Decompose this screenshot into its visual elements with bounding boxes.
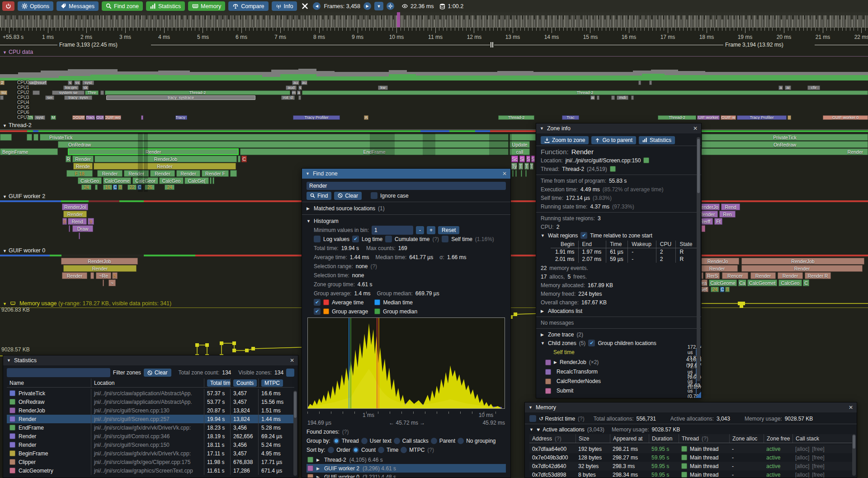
zone-bar[interactable]: aud — [286, 85, 297, 90]
column-zone-alloc[interactable]: Zone alloc — [729, 434, 764, 443]
expand-icon[interactable]: ▶ — [541, 332, 545, 337]
zone-bar[interactable]: Rend — [68, 218, 87, 225]
avg-median-lines-checkbox[interactable] — [314, 299, 321, 306]
zone-bar[interactable]: Render R — [805, 272, 831, 279]
log-time-checkbox[interactable] — [352, 236, 359, 242]
column-mtpc[interactable]: MTPC — [261, 379, 283, 387]
zone-bar[interactable]: Tracy — [86, 115, 95, 120]
histogram-plot[interactable] — [307, 317, 505, 409]
zone-bar[interactable]: C — [803, 279, 809, 286]
zone-bar[interactable]: Ty — [511, 163, 517, 170]
zone-bar[interactable]: Tracy ! — [175, 115, 187, 120]
scrollbar-thumb[interactable] — [294, 392, 297, 418]
crosshair-button[interactable] — [387, 2, 394, 10]
zone-bar[interactable]: Thre — [85, 90, 99, 95]
zone-bar[interactable]: Render — [778, 272, 803, 279]
self-time-checkbox[interactable] — [442, 236, 448, 242]
expand-icon[interactable]: ▶ — [316, 466, 321, 471]
zone-bar[interactable] — [230, 170, 237, 177]
zone-bar[interactable]: s — [298, 85, 302, 90]
zone-bar[interactable]: a — [297, 90, 301, 95]
zone-bar[interactable] — [212, 177, 214, 184]
messages-button[interactable]: Messages — [57, 1, 99, 11]
zone-bar[interactable] — [0, 134, 12, 141]
statistics-row[interactable]: OnRedraw jni/../jni/src/claw/application… — [7, 398, 294, 406]
zone-bar[interactable]: PrivateTick — [40, 134, 509, 141]
zone-bar[interactable] — [298, 95, 301, 100]
collapse-icon[interactable]: ▼ — [540, 126, 544, 131]
zone-bar[interactable]: Render — [150, 170, 175, 177]
radio-icon[interactable] — [333, 438, 340, 444]
cumulate-time-checkbox[interactable] — [385, 236, 392, 242]
scrollbar-thumb[interactable] — [853, 435, 855, 449]
limit-range-button[interactable] — [286, 369, 294, 377]
zone-bar[interactable] — [103, 279, 104, 286]
allocation-row[interactable]: 0x7e049b3d00 128 bytes 298.27 ms 59.95 s… — [529, 453, 852, 462]
statistics-row[interactable]: EndFrame jni/../jni/src/claw/gfx/drv/vk/… — [7, 423, 294, 432]
zone-bar[interactable]: Thread-2 — [105, 90, 290, 95]
ignore-case-checkbox[interactable] — [371, 192, 377, 199]
zone-bar[interactable]: RenderJob — [61, 258, 138, 265]
zone-bar[interactable]: Render — [97, 170, 123, 177]
zone-bar[interactable]: sei — [45, 95, 54, 100]
radio-icon[interactable] — [361, 438, 368, 444]
zone-bar[interactable] — [638, 80, 641, 85]
child-zones-row[interactable]: ▼ Child zones(5) Group children location… — [541, 340, 697, 346]
zone-bar[interactable]: au — [292, 80, 299, 85]
zone-bar[interactable]: T — [519, 163, 523, 170]
filter-zones-input[interactable] — [7, 368, 110, 377]
zone-bar[interactable]: 22 — [127, 185, 137, 190]
statistics-button[interactable]: Statistics — [146, 1, 185, 11]
zone-bar[interactable] — [138, 133, 143, 192]
zone-bar[interactable] — [631, 95, 634, 100]
zone-bar[interactable]: F 18 — [66, 170, 93, 177]
zone-bar[interactable]: 24 — [165, 185, 175, 190]
zone-bar[interactable]: GUIF worker 0 — [823, 115, 868, 120]
group-by-option[interactable]: Thread — [333, 438, 359, 444]
compare-button[interactable]: Compare — [228, 1, 268, 11]
zone-bar[interactable]: 2 — [0, 80, 5, 85]
zone-bar[interactable]: ss — [74, 80, 80, 85]
found-zone-row[interactable]: ▶ GUIF worker 2 (3,296) 4.61 s — [307, 464, 506, 473]
child-zone-row[interactable]: Submit 35.63 us (0.79%) — [541, 387, 697, 395]
zone-bar[interactable]: RerS — [705, 272, 720, 279]
scrollbar-thumb[interactable] — [697, 139, 700, 193]
column-zone-free[interactable]: Zone free — [764, 434, 793, 443]
tools-button[interactable] — [300, 1, 310, 11]
column-duration[interactable]: Duration — [649, 434, 679, 443]
zone-bar[interactable]: Thread-2 — [658, 115, 696, 120]
group-by-option[interactable]: No grouping — [458, 438, 495, 444]
zone-bar[interactable]: tracy_sysn — [64, 95, 92, 100]
frame-row[interactable]: Frame 3,193 (22.45 ms) Frame 3,194 (13.9… — [0, 42, 868, 48]
zone-bar[interactable]: PrivateTick — [702, 134, 868, 141]
zone-bar[interactable]: RenderJob — [741, 258, 864, 265]
column-counts[interactable]: Counts — [233, 379, 257, 387]
zone-bar[interactable]: Rencer — [722, 272, 748, 279]
zone-bar[interactable]: system se — [52, 90, 85, 95]
matched-source-locations-row[interactable]: ▶ Matched source locations(1) — [307, 205, 506, 212]
zone-bar[interactable] — [141, 115, 143, 120]
thread2-header[interactable]: ▼Thread-2 — [0, 122, 868, 130]
zone-bar[interactable]: 8 — [725, 287, 730, 292]
expand-icon[interactable]: ▶ — [554, 360, 557, 364]
zone-bar[interactable]: Tracy Profiler — [737, 115, 787, 120]
zone-bar[interactable]: Tracy Profiler — [293, 115, 340, 120]
zone-bar[interactable] — [69, 225, 70, 232]
collapse-icon[interactable]: ▼ — [7, 358, 11, 363]
zone-bar[interactable] — [90, 272, 94, 279]
statistics-row[interactable]: PrivateTick jni/../jni/src/claw/applicat… — [7, 389, 294, 398]
radio-icon[interactable] — [328, 447, 334, 453]
zone-bar[interactable] — [512, 170, 514, 177]
zone-bar[interactable]: sk — [82, 85, 89, 90]
child-zone-row[interactable]: CalcRenderNodes 51.51 us (1.15%) — [541, 377, 697, 385]
active-allocations-row[interactable]: ▼ ♥ Active allocations(3,043) Memory usa… — [529, 426, 852, 433]
zone-bar[interactable] — [525, 170, 527, 177]
zone-bar[interactable]: s — [68, 80, 72, 85]
clear-filter-button[interactable]: Clear — [144, 369, 171, 377]
zone-bar[interactable]: Update — [509, 141, 530, 148]
current-frame-marker[interactable] — [397, 12, 400, 27]
resize-grip[interactable] — [695, 392, 701, 398]
child-zone-row[interactable]: ▶ RenderJob (×2) 4.16 ms (92.60%) — [541, 358, 697, 366]
frames-minimap[interactable] — [0, 12, 868, 27]
info-button[interactable]: Info — [272, 1, 297, 11]
